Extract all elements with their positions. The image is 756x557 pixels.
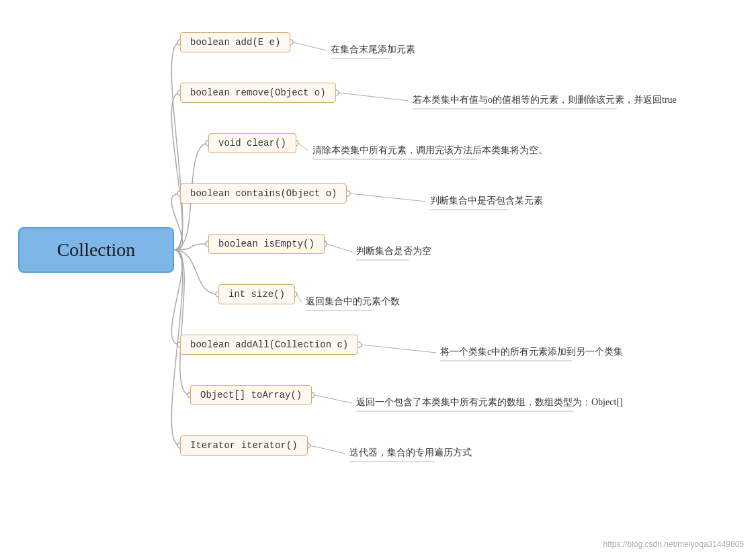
method-node-isEmpty: boolean isEmpty() (208, 234, 325, 254)
svg-line-30 (314, 395, 352, 403)
method-node-contains: boolean contains(Object o) (180, 183, 347, 204)
svg-line-2 (293, 42, 327, 50)
method-node-remove: boolean remove(Object o) (180, 83, 336, 103)
method-desc-clear: 清除本类集中所有元素，调用完该方法后本类集将为空。 (312, 144, 548, 157)
method-desc-isEmpty: 判断集合是否为空 (356, 245, 431, 257)
method-desc-contains: 判断集合中是否包含某元素 (430, 195, 543, 207)
collection-label: Collection (57, 239, 136, 261)
method-node-clear: void clear() (208, 133, 296, 153)
method-node-add: boolean add(E e) (180, 32, 290, 52)
method-desc-remove: 若本类集中有值与o的值相等的元素，则删除该元素，并返回true (413, 94, 677, 106)
method-desc-toArray: 返回一个包含了本类集中所有元素的数组，数组类型为：Object[] (356, 396, 623, 409)
mind-map-canvas: Collection https://blog.csdn.net/meiyoqa… (0, 0, 756, 557)
svg-line-22 (297, 294, 302, 302)
svg-line-6 (339, 93, 409, 101)
method-desc-addAll: 将一个类集c中的所有元素添加到另一个类集 (440, 346, 623, 358)
connection-lines (0, 0, 756, 557)
collection-node: Collection (18, 227, 174, 273)
method-node-iterator: Iterator iterator() (180, 435, 308, 456)
svg-line-18 (327, 244, 353, 252)
method-node-size: int size() (218, 284, 295, 304)
svg-line-14 (350, 194, 426, 202)
svg-line-26 (362, 345, 436, 353)
method-node-addAll: boolean addAll(Collection c) (180, 335, 358, 355)
svg-line-10 (298, 143, 308, 151)
method-node-toArray: Object[] toArray() (190, 385, 312, 405)
method-desc-iterator: 迭代器，集合的专用遍历方式 (349, 447, 472, 459)
method-desc-add: 在集合末尾添加元素 (331, 44, 415, 56)
watermark: https://blog.csdn.net/meiyoqa31449805 (603, 540, 744, 549)
method-desc-size: 返回集合中的元素个数 (306, 296, 400, 308)
svg-line-34 (310, 445, 346, 454)
